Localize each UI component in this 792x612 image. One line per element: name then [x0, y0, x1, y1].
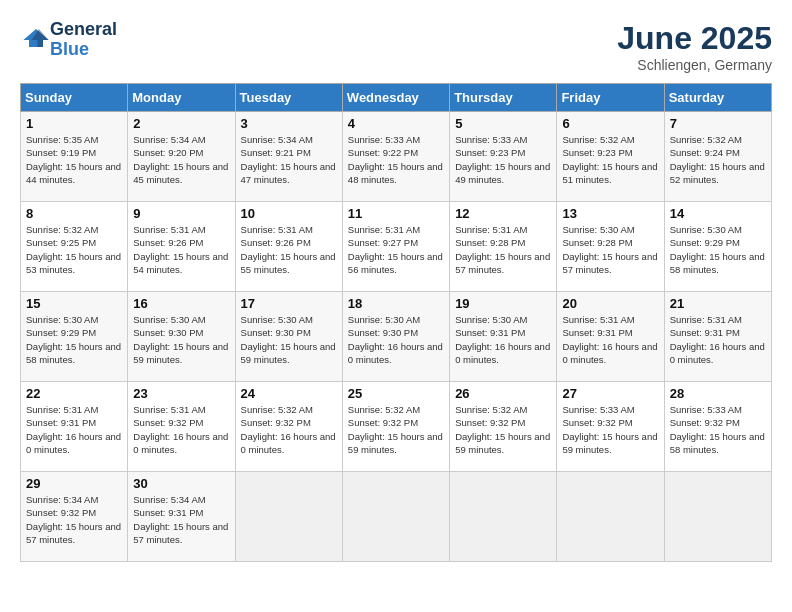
- cell-info: Sunrise: 5:31 AMSunset: 9:26 PMDaylight:…: [133, 223, 229, 276]
- calendar-cell: 28Sunrise: 5:33 AMSunset: 9:32 PMDayligh…: [664, 382, 771, 472]
- calendar-cell: 24Sunrise: 5:32 AMSunset: 9:32 PMDayligh…: [235, 382, 342, 472]
- cell-info: Sunrise: 5:32 AMSunset: 9:32 PMDaylight:…: [348, 403, 444, 456]
- calendar-cell: 23Sunrise: 5:31 AMSunset: 9:32 PMDayligh…: [128, 382, 235, 472]
- calendar-cell: 27Sunrise: 5:33 AMSunset: 9:32 PMDayligh…: [557, 382, 664, 472]
- page-header: General Blue June 2025 Schliengen, Germa…: [20, 20, 772, 73]
- calendar-cell: 1Sunrise: 5:35 AMSunset: 9:19 PMDaylight…: [21, 112, 128, 202]
- calendar-cell: 8Sunrise: 5:32 AMSunset: 9:25 PMDaylight…: [21, 202, 128, 292]
- cell-info: Sunrise: 5:31 AMSunset: 9:27 PMDaylight:…: [348, 223, 444, 276]
- cell-info: Sunrise: 5:30 AMSunset: 9:30 PMDaylight:…: [133, 313, 229, 366]
- cell-info: Sunrise: 5:34 AMSunset: 9:21 PMDaylight:…: [241, 133, 337, 186]
- calendar-week-5: 29Sunrise: 5:34 AMSunset: 9:32 PMDayligh…: [21, 472, 772, 562]
- day-number: 23: [133, 386, 229, 401]
- day-number: 13: [562, 206, 658, 221]
- cell-info: Sunrise: 5:30 AMSunset: 9:30 PMDaylight:…: [241, 313, 337, 366]
- cell-info: Sunrise: 5:31 AMSunset: 9:28 PMDaylight:…: [455, 223, 551, 276]
- cell-info: Sunrise: 5:33 AMSunset: 9:23 PMDaylight:…: [455, 133, 551, 186]
- calendar-table: SundayMondayTuesdayWednesdayThursdayFrid…: [20, 83, 772, 562]
- calendar-cell: 9Sunrise: 5:31 AMSunset: 9:26 PMDaylight…: [128, 202, 235, 292]
- day-number: 2: [133, 116, 229, 131]
- day-number: 15: [26, 296, 122, 311]
- day-number: 17: [241, 296, 337, 311]
- weekday-header-thursday: Thursday: [450, 84, 557, 112]
- cell-info: Sunrise: 5:31 AMSunset: 9:26 PMDaylight:…: [241, 223, 337, 276]
- calendar-cell: 13Sunrise: 5:30 AMSunset: 9:28 PMDayligh…: [557, 202, 664, 292]
- calendar-cell: 3Sunrise: 5:34 AMSunset: 9:21 PMDaylight…: [235, 112, 342, 202]
- calendar-cell: 25Sunrise: 5:32 AMSunset: 9:32 PMDayligh…: [342, 382, 449, 472]
- day-number: 22: [26, 386, 122, 401]
- day-number: 26: [455, 386, 551, 401]
- calendar-cell: 7Sunrise: 5:32 AMSunset: 9:24 PMDaylight…: [664, 112, 771, 202]
- cell-info: Sunrise: 5:32 AMSunset: 9:32 PMDaylight:…: [455, 403, 551, 456]
- day-number: 9: [133, 206, 229, 221]
- logo-icon: [22, 24, 50, 52]
- day-number: 25: [348, 386, 444, 401]
- day-number: 20: [562, 296, 658, 311]
- cell-info: Sunrise: 5:31 AMSunset: 9:31 PMDaylight:…: [670, 313, 766, 366]
- cell-info: Sunrise: 5:34 AMSunset: 9:20 PMDaylight:…: [133, 133, 229, 186]
- day-number: 21: [670, 296, 766, 311]
- day-number: 1: [26, 116, 122, 131]
- calendar-cell: 20Sunrise: 5:31 AMSunset: 9:31 PMDayligh…: [557, 292, 664, 382]
- cell-info: Sunrise: 5:31 AMSunset: 9:31 PMDaylight:…: [26, 403, 122, 456]
- calendar-cell: 5Sunrise: 5:33 AMSunset: 9:23 PMDaylight…: [450, 112, 557, 202]
- day-number: 7: [670, 116, 766, 131]
- weekday-header-friday: Friday: [557, 84, 664, 112]
- cell-info: Sunrise: 5:32 AMSunset: 9:25 PMDaylight:…: [26, 223, 122, 276]
- day-number: 4: [348, 116, 444, 131]
- calendar-cell: [235, 472, 342, 562]
- calendar-week-1: 1Sunrise: 5:35 AMSunset: 9:19 PMDaylight…: [21, 112, 772, 202]
- cell-info: Sunrise: 5:30 AMSunset: 9:28 PMDaylight:…: [562, 223, 658, 276]
- calendar-cell: [450, 472, 557, 562]
- day-number: 16: [133, 296, 229, 311]
- day-number: 12: [455, 206, 551, 221]
- cell-info: Sunrise: 5:32 AMSunset: 9:24 PMDaylight:…: [670, 133, 766, 186]
- cell-info: Sunrise: 5:34 AMSunset: 9:31 PMDaylight:…: [133, 493, 229, 546]
- day-number: 19: [455, 296, 551, 311]
- calendar-cell: 17Sunrise: 5:30 AMSunset: 9:30 PMDayligh…: [235, 292, 342, 382]
- cell-info: Sunrise: 5:31 AMSunset: 9:31 PMDaylight:…: [562, 313, 658, 366]
- cell-info: Sunrise: 5:34 AMSunset: 9:32 PMDaylight:…: [26, 493, 122, 546]
- day-number: 11: [348, 206, 444, 221]
- day-number: 29: [26, 476, 122, 491]
- calendar-cell: 18Sunrise: 5:30 AMSunset: 9:30 PMDayligh…: [342, 292, 449, 382]
- calendar-cell: 22Sunrise: 5:31 AMSunset: 9:31 PMDayligh…: [21, 382, 128, 472]
- cell-info: Sunrise: 5:32 AMSunset: 9:23 PMDaylight:…: [562, 133, 658, 186]
- weekday-header-wednesday: Wednesday: [342, 84, 449, 112]
- calendar-cell: [557, 472, 664, 562]
- logo: General Blue: [20, 20, 117, 60]
- calendar-cell: 4Sunrise: 5:33 AMSunset: 9:22 PMDaylight…: [342, 112, 449, 202]
- calendar-week-4: 22Sunrise: 5:31 AMSunset: 9:31 PMDayligh…: [21, 382, 772, 472]
- calendar-cell: 30Sunrise: 5:34 AMSunset: 9:31 PMDayligh…: [128, 472, 235, 562]
- day-number: 30: [133, 476, 229, 491]
- calendar-week-3: 15Sunrise: 5:30 AMSunset: 9:29 PMDayligh…: [21, 292, 772, 382]
- cell-info: Sunrise: 5:30 AMSunset: 9:29 PMDaylight:…: [670, 223, 766, 276]
- day-number: 3: [241, 116, 337, 131]
- day-number: 10: [241, 206, 337, 221]
- calendar-cell: 15Sunrise: 5:30 AMSunset: 9:29 PMDayligh…: [21, 292, 128, 382]
- day-number: 8: [26, 206, 122, 221]
- cell-info: Sunrise: 5:30 AMSunset: 9:30 PMDaylight:…: [348, 313, 444, 366]
- calendar-cell: [342, 472, 449, 562]
- logo-general: General: [50, 20, 117, 40]
- calendar-cell: 2Sunrise: 5:34 AMSunset: 9:20 PMDaylight…: [128, 112, 235, 202]
- calendar-cell: 29Sunrise: 5:34 AMSunset: 9:32 PMDayligh…: [21, 472, 128, 562]
- cell-info: Sunrise: 5:32 AMSunset: 9:32 PMDaylight:…: [241, 403, 337, 456]
- calendar-week-2: 8Sunrise: 5:32 AMSunset: 9:25 PMDaylight…: [21, 202, 772, 292]
- calendar-cell: 16Sunrise: 5:30 AMSunset: 9:30 PMDayligh…: [128, 292, 235, 382]
- calendar-cell: [664, 472, 771, 562]
- calendar-cell: 10Sunrise: 5:31 AMSunset: 9:26 PMDayligh…: [235, 202, 342, 292]
- location: Schliengen, Germany: [617, 57, 772, 73]
- weekday-header-tuesday: Tuesday: [235, 84, 342, 112]
- cell-info: Sunrise: 5:33 AMSunset: 9:22 PMDaylight:…: [348, 133, 444, 186]
- day-number: 28: [670, 386, 766, 401]
- calendar-cell: 6Sunrise: 5:32 AMSunset: 9:23 PMDaylight…: [557, 112, 664, 202]
- calendar-cell: 26Sunrise: 5:32 AMSunset: 9:32 PMDayligh…: [450, 382, 557, 472]
- weekday-header-monday: Monday: [128, 84, 235, 112]
- cell-info: Sunrise: 5:33 AMSunset: 9:32 PMDaylight:…: [562, 403, 658, 456]
- day-number: 14: [670, 206, 766, 221]
- cell-info: Sunrise: 5:35 AMSunset: 9:19 PMDaylight:…: [26, 133, 122, 186]
- cell-info: Sunrise: 5:33 AMSunset: 9:32 PMDaylight:…: [670, 403, 766, 456]
- cell-info: Sunrise: 5:30 AMSunset: 9:29 PMDaylight:…: [26, 313, 122, 366]
- calendar-cell: 11Sunrise: 5:31 AMSunset: 9:27 PMDayligh…: [342, 202, 449, 292]
